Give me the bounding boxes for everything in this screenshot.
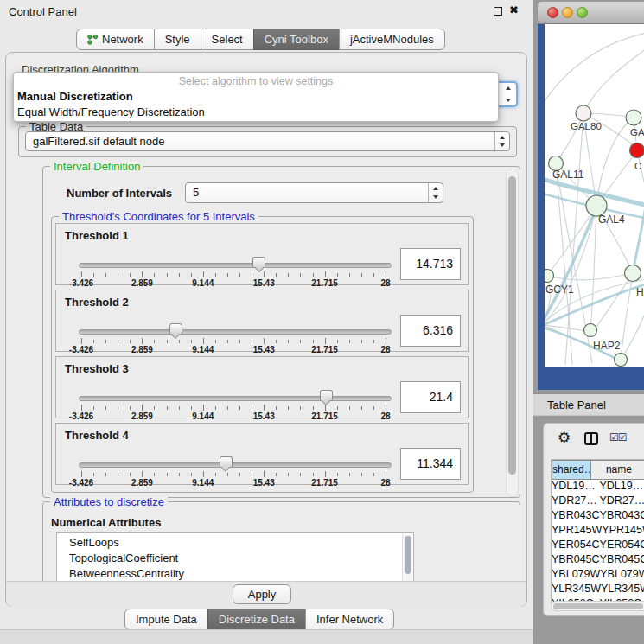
- network-icon: [87, 34, 98, 45]
- tab-select[interactable]: Select: [201, 29, 254, 50]
- cell-name[interactable]: YBR043C: [600, 509, 644, 524]
- tick-label: -3.426: [69, 345, 93, 354]
- node-label-ha: HA: [636, 286, 644, 298]
- network-edge-highlighted: [545, 207, 596, 327]
- apply-button[interactable]: Apply: [233, 584, 291, 604]
- number-of-intervals-combobox[interactable]: 5: [185, 182, 443, 203]
- threshold-label: Threshold 4: [65, 429, 129, 442]
- node-red[interactable]: [630, 143, 644, 158]
- tab-jactivemnodules[interactable]: jActiveMNodules: [339, 29, 445, 50]
- table-row[interactable]: YPR145WYPR145W: [552, 524, 644, 539]
- node-gal80[interactable]: [576, 105, 591, 121]
- tick-label: 21.715: [311, 345, 338, 354]
- table-row[interactable]: YDR27…YDR27…: [552, 494, 644, 509]
- network-edge: [545, 33, 644, 109]
- cell-shared-name[interactable]: YPR145W: [552, 524, 602, 539]
- scrollbar-thumb[interactable]: [508, 176, 516, 475]
- tab-label: jActiveMNodules: [350, 33, 434, 46]
- tick-label: 15.43: [253, 478, 275, 488]
- threshold-value-field[interactable]: 6.316: [400, 315, 461, 347]
- panel-vertical-scrollbar[interactable]: [506, 169, 519, 497]
- thresholds-group-label: Threshold's Coordinates for 5 Intervals: [59, 210, 258, 223]
- cell-name[interactable]: YER054C: [600, 539, 644, 553]
- tick-label: -3.426: [69, 411, 93, 421]
- tab-cyni-toolbox[interactable]: Cyni Toolbox: [253, 29, 340, 50]
- tab-style[interactable]: Style: [154, 29, 201, 50]
- attributes-group-label: Attributes to discretize: [50, 495, 168, 508]
- node-attribute-table[interactable]: shared… name YDL19…YDL19…YDR27…YDR27…YBR…: [551, 459, 644, 603]
- network-edge: [583, 48, 644, 113]
- cell-shared-name[interactable]: YBR045C: [552, 553, 600, 568]
- scrollbar-thumb[interactable]: [405, 536, 411, 574]
- node-h[interactable]: [625, 265, 641, 282]
- cell-shared-name[interactable]: YER054C: [552, 539, 600, 553]
- gear-icon[interactable]: ⚙: [558, 429, 571, 446]
- table-row[interactable]: YLR345WYLR345W: [552, 583, 644, 597]
- tab-network[interactable]: Network: [76, 29, 155, 50]
- tab-discretize-data[interactable]: Discretize Data: [207, 609, 306, 630]
- cell-shared-name[interactable]: YBR043C: [552, 509, 600, 524]
- minimize-traffic-light-icon[interactable]: [562, 7, 573, 18]
- threshold-row-3: Threshold 3-3.4262.8599.14415.4321.71528…: [55, 356, 469, 418]
- table-header-row: shared… name: [552, 460, 644, 480]
- node-top-right[interactable]: [626, 110, 641, 125]
- table-panel: ⚙ ☑☑ shared… name YDL19…YDL19…YDR27…YDR2…: [543, 423, 644, 616]
- cell-shared-name[interactable]: YDL19…: [552, 480, 596, 494]
- tick-label: 9.144: [192, 478, 214, 488]
- node-hap2[interactable]: [584, 324, 597, 337]
- node-bottom[interactable]: [615, 354, 628, 367]
- tab-impute-data[interactable]: Impute Data: [124, 609, 208, 630]
- table-row[interactable]: YDL19…YDL19…: [552, 480, 644, 494]
- threshold-value-field[interactable]: 11.344: [400, 448, 461, 480]
- list-vertical-scrollbar[interactable]: [402, 534, 412, 582]
- table-horizontal-scrollbar[interactable]: [551, 601, 644, 611]
- scrollbar-thumb[interactable]: [553, 603, 643, 609]
- slider-track[interactable]: [79, 329, 392, 335]
- tab-label: Impute Data: [136, 613, 197, 626]
- threshold-label: Threshold 2: [65, 296, 129, 309]
- table-row[interactable]: YER054CYER054C: [552, 539, 644, 553]
- slider-track[interactable]: [79, 396, 392, 401]
- column-layout-icon[interactable]: [584, 432, 598, 445]
- cell-name[interactable]: YBR045C: [600, 553, 644, 568]
- close-traffic-light-icon[interactable]: [547, 7, 558, 18]
- network-edge-highlighted: [633, 201, 644, 273]
- zoom-traffic-light-icon[interactable]: [577, 7, 588, 18]
- slider-track[interactable]: [79, 263, 392, 268]
- attributes-listbox[interactable]: SelfLoopsTopologicalCoefficientBetweenne…: [56, 532, 414, 583]
- network-window-titlebar[interactable]: [538, 2, 644, 24]
- threshold-value-field[interactable]: 21.4: [400, 381, 461, 413]
- algorithm-option-manual[interactable]: Manual Discretization: [17, 90, 133, 103]
- cell-name[interactable]: YDR27…: [597, 494, 644, 509]
- cell-name[interactable]: YPR145W: [602, 524, 644, 539]
- close-icon[interactable]: ✖: [509, 3, 519, 16]
- cell-shared-name[interactable]: YBL079W: [552, 568, 600, 583]
- interval-definition-label: Interval Definition: [50, 160, 143, 173]
- table-data-combobox[interactable]: galFiltered.sif default node: [25, 131, 510, 151]
- tick-label: 21.715: [311, 278, 338, 288]
- cell-name[interactable]: YDL19…: [596, 480, 644, 494]
- cell-name[interactable]: YLR345W: [601, 583, 644, 597]
- float-window-icon[interactable]: [494, 7, 502, 16]
- column-header-shared-name[interactable]: shared…: [552, 460, 591, 480]
- attribute-item-topologicalcoefficient[interactable]: TopologicalCoefficient: [57, 551, 413, 566]
- cell-shared-name[interactable]: YLR345W: [552, 583, 601, 597]
- cell-name[interactable]: YBL079W: [600, 568, 644, 583]
- cell-shared-name[interactable]: YDR27…: [552, 494, 597, 509]
- node-gcy1[interactable]: [545, 270, 554, 283]
- threshold-value-field[interactable]: 14.713: [400, 248, 461, 280]
- table-row[interactable]: YBL079WYBL079W: [552, 568, 644, 583]
- table-row[interactable]: YBR045CYBR045C: [552, 553, 644, 568]
- tab-infer-network[interactable]: Infer Network: [305, 609, 394, 630]
- select-columns-icon[interactable]: ☑☑: [609, 431, 627, 443]
- column-header-name[interactable]: name: [591, 460, 644, 480]
- attribute-item-selfloops[interactable]: SelfLoops: [57, 535, 413, 551]
- slider-track[interactable]: [79, 462, 392, 468]
- threshold-label: Threshold 3: [65, 362, 129, 375]
- network-view-window: GAL80GACGAL11GAL4GCY1HAHAP2: [538, 2, 644, 390]
- table-row[interactable]: YBR043CYBR043C: [552, 509, 644, 524]
- network-canvas[interactable]: GAL80GACGAL11GAL4GCY1HAHAP2: [545, 24, 644, 367]
- algorithm-option-equal-width[interactable]: Equal Width/Frequency Discretization: [17, 105, 205, 118]
- tab-label: Discretize Data: [219, 613, 295, 626]
- attribute-item-betweennesscentrality[interactable]: BetweennessCentrality: [57, 566, 413, 582]
